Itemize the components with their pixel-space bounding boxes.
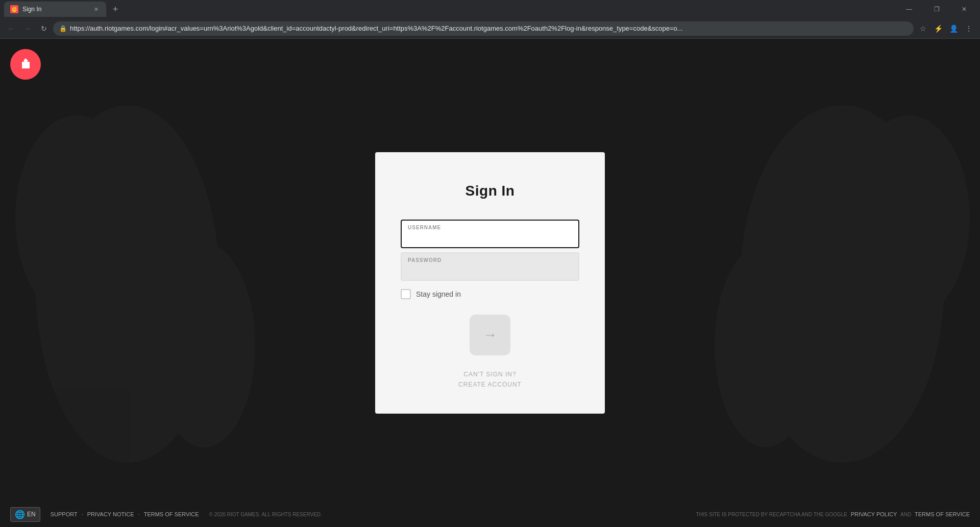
forward-button[interactable]: → (20, 21, 35, 36)
tos-link[interactable]: TERMS OF SERVICE (915, 511, 970, 517)
password-field-wrapper: PASSWORD (401, 252, 579, 281)
footer-links: SUPPORT · PRIVACY NOTICE · TERMS OF SERV… (51, 511, 199, 517)
username-field-wrapper: USERNAME (401, 220, 579, 248)
modal-title: Sign In (401, 183, 579, 199)
bottom-links: CAN'T SIGN IN? CREATE ACCOUNT (401, 371, 579, 388)
new-tab-button[interactable]: + (108, 2, 122, 16)
globe-icon: 🌐 (15, 510, 25, 519)
svg-text:✊: ✊ (11, 6, 18, 13)
window-controls: — ❐ ✕ (897, 0, 976, 18)
recaptcha-text: THIS SITE IS PROTECTED BY RECAPTCHA AND … (696, 512, 847, 517)
support-link[interactable]: SUPPORT (51, 511, 78, 517)
login-modal: Sign In USERNAME PASSWORD Stay signed in… (375, 152, 605, 414)
tab-title: Sign In (22, 6, 88, 13)
profile-button[interactable]: 👤 (946, 21, 961, 36)
minimize-button[interactable]: — (897, 0, 921, 18)
toolbar-icons: ☆ ⚡ 👤 ⋮ (916, 21, 976, 36)
active-tab[interactable]: ✊ Sign In ✕ (4, 2, 106, 17)
terms-link[interactable]: TERMS OF SERVICE (144, 511, 199, 517)
cant-sign-in-link[interactable]: CAN'T SIGN IN? (463, 371, 516, 378)
create-account-link[interactable]: CREATE ACCOUNT (458, 381, 522, 388)
riot-logo (10, 49, 41, 80)
stay-signed-label[interactable]: Stay signed in (416, 290, 461, 298)
footer-and: AND (900, 512, 911, 517)
submit-arrow-icon: → (483, 327, 497, 343)
username-input[interactable] (401, 220, 579, 248)
submit-button-wrapper: → (401, 315, 579, 355)
tab-favicon: ✊ (10, 5, 18, 13)
footer-right: THIS SITE IS PROTECTED BY RECAPTCHA AND … (696, 511, 970, 517)
privacy-notice-link[interactable]: PRIVACY NOTICE (87, 511, 134, 517)
privacy-policy-link[interactable]: PRIVACY POLICY (851, 511, 897, 517)
restore-button[interactable]: ❐ (925, 0, 948, 18)
stay-signed-checkbox[interactable] (401, 289, 411, 299)
browser-chrome: ✊ Sign In ✕ + — ❐ ✕ ← → ↻ 🔒 https://auth… (0, 0, 980, 39)
svg-point-7 (715, 243, 817, 447)
tab-bar: ✊ Sign In ✕ + — ❐ ✕ (0, 0, 980, 18)
address-bar-row: ← → ↻ 🔒 https://auth.riotgames.com/login… (0, 18, 980, 39)
copyright-text: © 2020 RIOT GAMES. ALL RIGHTS RESERVED. (209, 512, 322, 517)
lock-icon: 🔒 (59, 25, 67, 32)
svg-point-3 (15, 115, 138, 320)
svg-rect-10 (27, 63, 29, 67)
menu-button[interactable]: ⋮ (962, 21, 976, 36)
svg-point-4 (153, 243, 255, 447)
separator-2: · (138, 511, 140, 517)
page-background: Sign In USERNAME PASSWORD Stay signed in… (0, 39, 980, 527)
separator-1: · (82, 511, 83, 517)
close-button[interactable]: ✕ (952, 0, 976, 18)
extensions-button[interactable]: ⚡ (931, 21, 945, 36)
tab-close-button[interactable]: ✕ (92, 5, 100, 13)
stay-signed-row: Stay signed in (401, 289, 579, 299)
address-bar[interactable]: 🔒 https://auth.riotgames.com/login#acr_v… (53, 21, 914, 36)
page-footer: 🌐 EN SUPPORT · PRIVACY NOTICE · TERMS OF… (0, 501, 980, 527)
back-button[interactable]: ← (4, 21, 18, 36)
language-text: EN (27, 511, 36, 518)
language-selector[interactable]: 🌐 EN (10, 507, 40, 522)
submit-button[interactable]: → (470, 315, 510, 355)
bookmark-button[interactable]: ☆ (916, 21, 930, 36)
refresh-button[interactable]: ↻ (37, 21, 51, 36)
footer-left: 🌐 EN SUPPORT · PRIVACY NOTICE · TERMS OF… (10, 507, 322, 522)
svg-rect-9 (23, 63, 25, 67)
address-text: https://auth.riotgames.com/login#acr_val… (70, 25, 908, 32)
password-input[interactable] (401, 252, 579, 281)
